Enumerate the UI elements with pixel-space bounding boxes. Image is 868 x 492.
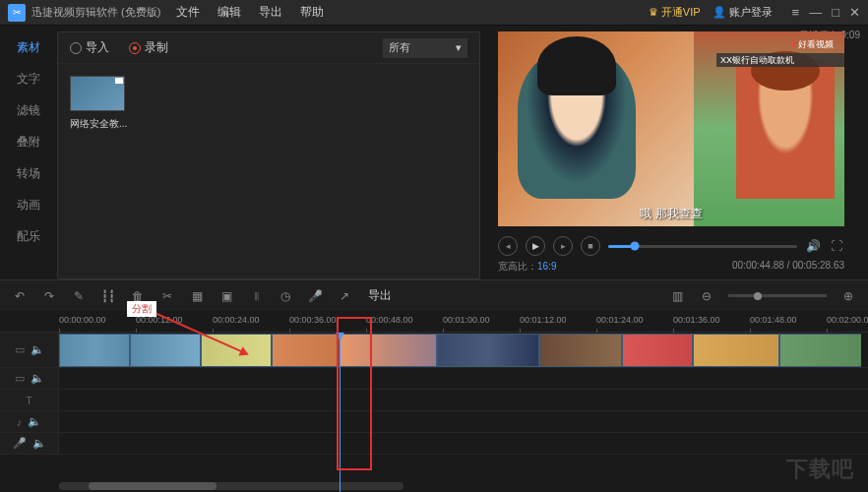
- media-item-name: 网络安全教...: [70, 117, 129, 131]
- playhead[interactable]: [340, 333, 341, 492]
- time-current: 00:00:44.88: [732, 260, 784, 271]
- close-icon[interactable]: ✕: [849, 5, 860, 20]
- app-logo-icon: ✂: [8, 4, 26, 22]
- clip[interactable]: [272, 334, 339, 367]
- freeze-button[interactable]: ▣: [218, 288, 234, 304]
- clip[interactable]: [130, 334, 201, 367]
- music-track[interactable]: ♪🔈: [0, 411, 868, 433]
- crop-button[interactable]: ✂: [159, 288, 175, 304]
- stop-button[interactable]: ■: [581, 236, 600, 256]
- video-clips: [59, 333, 861, 368]
- next-frame-button[interactable]: ▸: [553, 236, 573, 256]
- clip[interactable]: [539, 334, 622, 367]
- thumbnails-toggle-button[interactable]: ▥: [669, 288, 685, 304]
- ruler-tick: 00:02:00.00: [827, 315, 868, 325]
- ruler-tick: 00:01:12.00: [520, 315, 567, 325]
- menu-edit[interactable]: 编辑: [217, 4, 241, 21]
- user-icon: 👤: [713, 6, 726, 19]
- ruler-tick: 00:01:48.00: [750, 315, 797, 325]
- maximize-icon[interactable]: □: [832, 5, 839, 20]
- pip-track[interactable]: ▭🔈: [0, 368, 868, 390]
- tab-animation[interactable]: 动画: [0, 189, 57, 220]
- pip-track-icon: ▭: [15, 372, 25, 385]
- voice-track[interactable]: 🎤🔈: [0, 433, 868, 455]
- app-title: 迅捷视频剪辑软件 (免费版): [31, 5, 160, 20]
- record-button[interactable]: 录制: [129, 39, 168, 56]
- side-tabs: 素材 文字 滤镜 叠附 转场 动画 配乐: [0, 26, 57, 279]
- text-track[interactable]: T: [0, 390, 868, 411]
- zoom-out-button[interactable]: ⊖: [699, 288, 714, 304]
- undo-button[interactable]: ↶: [12, 288, 28, 304]
- ruler-tick: 00:00:36.00: [289, 315, 337, 325]
- crown-icon: ♛: [649, 6, 658, 19]
- timeline: 00:00:00.00 00:00:12.00 00:00:24.00 00:0…: [0, 311, 868, 492]
- split-button[interactable]: ┇┇: [100, 288, 116, 304]
- tab-media[interactable]: 素材: [0, 31, 57, 63]
- video-preview[interactable]: 好看视频 XX银行自动取款机 哦 那我查查: [498, 31, 844, 226]
- timeline-scrollbar[interactable]: [59, 482, 403, 490]
- record-icon: [129, 42, 141, 54]
- volume-icon[interactable]: 🔊: [805, 238, 821, 254]
- menu-file[interactable]: 文件: [176, 4, 200, 21]
- ruler-tick: 00:01:36.00: [673, 315, 720, 325]
- clip[interactable]: [622, 334, 693, 367]
- clip[interactable]: [779, 334, 861, 367]
- clip[interactable]: [339, 334, 437, 367]
- fullscreen-icon[interactable]: ⛶: [829, 238, 844, 254]
- media-item[interactable]: 网络安全教...: [70, 76, 129, 131]
- menu-help[interactable]: 帮助: [300, 4, 324, 21]
- video-subtitle: 哦 那我查查: [640, 206, 702, 222]
- zoom-in-button[interactable]: ⊕: [840, 288, 856, 304]
- menu-export[interactable]: 导出: [259, 4, 282, 21]
- progress-bar[interactable]: [608, 245, 797, 248]
- play-button[interactable]: ▶: [526, 236, 545, 256]
- main-menu: 文件 编辑 导出 帮助: [176, 4, 324, 21]
- clip[interactable]: [693, 334, 779, 367]
- tab-overlay[interactable]: 叠附: [0, 126, 57, 157]
- redo-button[interactable]: ↷: [41, 288, 57, 304]
- minimize-icon[interactable]: ―: [809, 5, 822, 20]
- media-panel: 导入 录制 所有▾ 网络安全教...: [57, 31, 480, 279]
- voice-track-icon: 🎤: [13, 437, 27, 450]
- music-track-icon: ♪: [17, 416, 23, 428]
- speed-button[interactable]: ⫴: [248, 288, 264, 304]
- ruler-tick: 00:00:00.00: [59, 315, 106, 325]
- voiceover-button[interactable]: 🎤: [307, 288, 323, 304]
- ruler-tick: 00:01:24.00: [596, 315, 644, 325]
- clip[interactable]: [437, 334, 539, 367]
- export-label[interactable]: 导出: [368, 287, 392, 304]
- split-tooltip: 分割: [127, 301, 156, 317]
- ruler-tick: 00:01:00.00: [443, 315, 490, 325]
- menu-icon[interactable]: ≡: [792, 5, 800, 20]
- titlebar: ✂ 迅捷视频剪辑软件 (免费版) 文件 编辑 导出 帮助 ♛开通VIP 👤账户登…: [0, 0, 868, 26]
- import-button[interactable]: 导入: [70, 39, 109, 56]
- text-track-icon: T: [26, 395, 32, 406]
- tab-transition[interactable]: 转场: [0, 157, 57, 189]
- duration-button[interactable]: ◷: [278, 288, 293, 304]
- media-filter-select[interactable]: 所有▾: [383, 38, 467, 58]
- tab-music[interactable]: 配乐: [0, 220, 57, 252]
- video-banner: XX银行自动取款机: [716, 53, 844, 67]
- tab-filter[interactable]: 滤镜: [0, 94, 57, 126]
- mute-icon[interactable]: 🔈: [31, 343, 44, 356]
- aspect-ratio-value[interactable]: 16:9: [537, 261, 556, 272]
- tab-text[interactable]: 文字: [0, 63, 57, 94]
- edit-button[interactable]: ✎: [71, 288, 87, 304]
- export-clip-button[interactable]: ↗: [337, 288, 352, 304]
- mosaic-button[interactable]: ▦: [189, 288, 205, 304]
- zoom-slider[interactable]: [728, 294, 827, 297]
- video-watermark-logo: 好看视频: [791, 37, 838, 51]
- prev-frame-button[interactable]: ◂: [498, 236, 518, 256]
- media-thumbnail: [70, 76, 125, 111]
- login-button[interactable]: 👤账户登录: [713, 5, 773, 20]
- clip[interactable]: [201, 334, 272, 367]
- mute-icon[interactable]: 🔈: [32, 437, 46, 450]
- ruler-tick: 00:00:48.00: [366, 315, 413, 325]
- mute-icon[interactable]: 🔈: [31, 372, 44, 385]
- aspect-ratio-label: 宽高比：: [498, 261, 537, 272]
- mute-icon[interactable]: 🔈: [28, 415, 41, 428]
- ruler-tick: 00:00:24.00: [213, 315, 260, 325]
- clip[interactable]: [59, 334, 130, 367]
- vip-button[interactable]: ♛开通VIP: [649, 5, 701, 20]
- chevron-down-icon: ▾: [456, 41, 462, 54]
